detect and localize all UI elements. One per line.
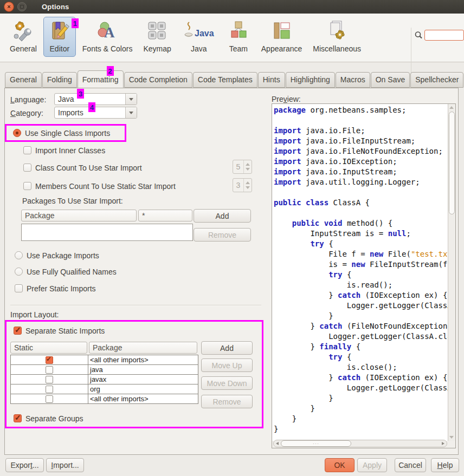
table-cell-static[interactable]: [11, 375, 88, 384]
star-import-remove-button[interactable]: Remove: [194, 228, 251, 242]
tab-general[interactable]: General: [5, 72, 42, 88]
preview-code: package org.netbeans.samples; import jav…: [272, 104, 448, 441]
row-static-checkbox[interactable]: [46, 376, 53, 383]
horizontal-scrollbar-thumb[interactable]: ···: [281, 440, 351, 447]
separate-static-imports-checkbox[interactable]: [14, 327, 22, 335]
table-cell-static[interactable]: [11, 384, 88, 394]
code-line: }: [274, 311, 448, 321]
table-header-static[interactable]: Static: [10, 342, 87, 354]
toolbar-item-fonts-colors[interactable]: AFonts & Colors: [78, 17, 137, 57]
tab-highlighting[interactable]: Highlighting: [286, 72, 335, 88]
row-static-checkbox[interactable]: [46, 386, 53, 393]
prefer-static-checkbox[interactable]: [15, 284, 23, 292]
table-row[interactable]: org: [11, 384, 198, 394]
tab-macros[interactable]: Macros: [336, 72, 370, 88]
code-line: Logger.getLogger(ClassA.class.getName()): [274, 331, 448, 342]
star-import-add-button[interactable]: Add: [194, 209, 251, 223]
table-row[interactable]: javax: [11, 375, 198, 384]
category-combobox[interactable]: Imports: [54, 107, 137, 119]
table-cell-package[interactable]: java: [88, 365, 198, 374]
star-import-list[interactable]: [21, 224, 193, 241]
class-count-checkbox[interactable]: [23, 164, 31, 172]
language-combobox[interactable]: Java: [54, 93, 137, 105]
code-line: is.close();: [274, 362, 448, 373]
vertical-scrollbar[interactable]: [448, 104, 455, 441]
tab-code-completion[interactable]: Code Completion: [124, 72, 192, 88]
table-cell-package[interactable]: <all other imports>: [88, 394, 198, 403]
table-cell-package[interactable]: javax: [88, 375, 198, 384]
apply-button[interactable]: Apply: [357, 458, 387, 472]
keymap-icon: [145, 19, 169, 44]
scroll-right-icon[interactable]: [442, 442, 444, 445]
toolbar-item-label: Keymap: [143, 44, 171, 53]
spinner-arrows-icon[interactable]: [244, 160, 252, 173]
table-cell-static[interactable]: [11, 365, 88, 374]
chevron-down-icon[interactable]: [125, 94, 137, 105]
members-count-spinner[interactable]: 3: [233, 178, 252, 192]
import-layout-table: <all other imports>javajavaxorg<all othe…: [10, 355, 198, 404]
tab-spellchecker[interactable]: Spellchecker: [410, 72, 463, 88]
tab-on-save[interactable]: On Save: [371, 72, 410, 88]
row-static-checkbox[interactable]: [46, 395, 53, 403]
toolbar-item-label: Team: [229, 44, 248, 53]
scroll-down-icon[interactable]: [449, 436, 454, 439]
code-line: import java.io.FileInputStream;: [274, 136, 448, 146]
members-count-checkbox[interactable]: [23, 182, 31, 190]
table-cell-package[interactable]: <all other imports>: [88, 355, 198, 364]
toolbar-item-keymap[interactable]: Keymap: [139, 17, 175, 57]
toolbar-item-label: Miscellaneous: [313, 44, 361, 53]
import-inner-classes-checkbox[interactable]: [23, 146, 31, 154]
maximize-icon[interactable]: [17, 2, 27, 11]
use-fqn-radio[interactable]: [15, 268, 23, 276]
spinner-arrows-icon[interactable]: [244, 179, 252, 192]
code-line: }: [274, 424, 448, 434]
layout-add-button[interactable]: Add: [201, 341, 253, 355]
table-cell-static[interactable]: [11, 394, 88, 403]
use-single-class-imports-radio[interactable]: [13, 129, 21, 137]
toolbar-item-java[interactable]: JavaJava: [178, 17, 220, 57]
table-row[interactable]: <all other imports>: [11, 355, 198, 365]
tab-formatting[interactable]: Formatting2: [78, 70, 124, 88]
tab-hints[interactable]: Hints: [258, 72, 285, 88]
toolbar-item-team[interactable]: Team: [222, 17, 255, 57]
move-up-button[interactable]: Move Up: [201, 358, 253, 372]
fonts-colors-icon: A: [95, 19, 119, 44]
tab-code-templates[interactable]: Code Templates: [193, 72, 257, 88]
vertical-scrollbar-thumb[interactable]: [449, 112, 455, 214]
horizontal-scrollbar[interactable]: ···: [273, 440, 447, 447]
table-row[interactable]: java: [11, 365, 198, 375]
use-package-imports-radio[interactable]: [15, 251, 23, 259]
chevron-down-icon[interactable]: [125, 107, 137, 118]
scroll-up-icon[interactable]: [449, 106, 454, 109]
toolbar-item-appearance[interactable]: Appearance: [257, 17, 307, 57]
toolbar-item-editor[interactable]: Editor1: [43, 17, 76, 57]
team-cubes-icon: [227, 19, 250, 44]
table-header-package[interactable]: Package: [89, 342, 197, 354]
tab-strip: GeneralFoldingFormatting2Code Completion…: [5, 70, 464, 88]
toolbar-item-general[interactable]: General: [5, 17, 41, 57]
import-button[interactable]: Import...: [46, 458, 84, 472]
move-down-button[interactable]: Move Down: [201, 376, 253, 390]
close-icon[interactable]: ×: [4, 2, 14, 12]
ok-button[interactable]: OK: [325, 458, 355, 472]
row-static-checkbox[interactable]: [46, 366, 53, 374]
code-line: }: [274, 414, 448, 424]
table-cell-static[interactable]: [11, 355, 88, 364]
class-count-spinner[interactable]: 5: [233, 160, 252, 174]
layout-remove-button[interactable]: Remove: [201, 395, 253, 408]
search-input[interactable]: [424, 30, 464, 41]
scroll-left-icon[interactable]: [276, 442, 279, 445]
row-static-checkbox[interactable]: [46, 356, 53, 364]
table-row[interactable]: <all other imports>: [11, 394, 198, 403]
toolbar-item-miscellaneous[interactable]: Miscellaneous: [308, 17, 365, 57]
code-line: import java.io.InputStream;: [274, 167, 448, 177]
cancel-button[interactable]: Cancel: [395, 458, 426, 472]
separate-groups-checkbox[interactable]: [14, 414, 22, 422]
table-cell-package[interactable]: org: [88, 384, 198, 394]
pattern-column-header[interactable]: *: [138, 210, 192, 221]
tab-folding[interactable]: Folding: [42, 72, 77, 88]
package-column-header[interactable]: Package: [21, 210, 137, 221]
help-button[interactable]: Help: [431, 458, 459, 472]
export-button[interactable]: Export...: [5, 458, 44, 472]
toolbar-item-label: Appearance: [261, 44, 302, 53]
